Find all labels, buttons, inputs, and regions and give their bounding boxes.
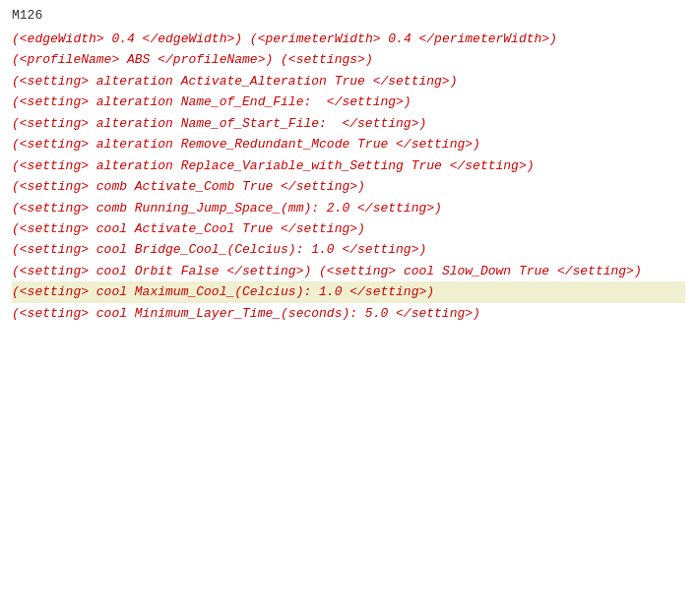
line-running-jump: (<setting> comb Running_Jump_Space_(mm):… (12, 201, 442, 216)
line-profilename: (<profileName> ABS </profileName>) (12, 52, 273, 67)
header-line: M126 (12, 8, 685, 23)
line-activate-comb: (<setting> comb Activate_Comb True </set… (12, 179, 365, 194)
line-orbit: (<setting> cool Orbit False </setting>) (12, 264, 311, 278)
line-name-start-file: (<setting> alteration Name_of_Start_File… (12, 116, 426, 131)
line-maximum-cool: (<setting> cool Maximum_Cool_(Celcius): … (12, 281, 685, 302)
line-activate-alteration: (<setting> alteration Activate_Alteratio… (12, 74, 457, 89)
line-settings-open: (<settings>) (281, 52, 373, 67)
line-edgewidth: (<edgeWidth> 0.4 </edgeWidth>) (12, 31, 242, 46)
line-remove-redundant: (<setting> alteration Remove_Redundant_M… (12, 137, 480, 152)
line-replace-variable: (<setting> alteration Replace_Variable_w… (12, 158, 535, 173)
code-block: (<edgeWidth> 0.4 </edgeWidth>) (<perimet… (12, 29, 685, 324)
line-minimum-layer: (<setting> cool Minimum_Layer_Time_(seco… (12, 306, 480, 321)
line-name-end-file: (<setting> alteration Name_of_End_File: … (12, 94, 412, 109)
line-activate-cool: (<setting> cool Activate_Cool True </set… (12, 221, 365, 236)
line-slow-down: (<setting> cool Slow_Down True </setting… (319, 264, 642, 278)
line-bridge-cool: (<setting> cool Bridge_Cool_(Celcius): 1… (12, 242, 426, 257)
line-perimeterwidth: (<perimeterWidth> 0.4 </perimeterWidth>) (250, 31, 557, 46)
